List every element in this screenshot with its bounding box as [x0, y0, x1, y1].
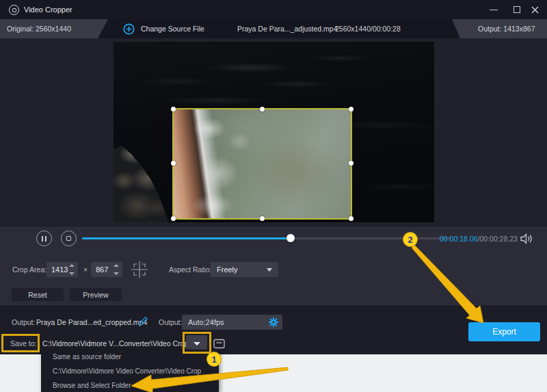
- output-format-field[interactable]: Auto;24fps: [182, 315, 282, 330]
- crop-handle-top-left[interactable]: [171, 107, 176, 112]
- video-frame: [114, 42, 434, 222]
- browse-folder-button[interactable]: [211, 336, 227, 351]
- crosshair-icon: [131, 261, 148, 278]
- seek-slider[interactable]: [82, 234, 451, 242]
- chevron-down-icon: [267, 268, 272, 272]
- rename-button[interactable]: [139, 316, 148, 326]
- output-format-label: Output:: [159, 318, 182, 326]
- crop-handle-middle-left[interactable]: [171, 161, 176, 166]
- aspect-ratio-value: Freely: [217, 262, 238, 277]
- close-icon: [531, 6, 539, 14]
- crop-height-value[interactable]: 867: [96, 262, 108, 277]
- output-format-value: Auto;24fps: [188, 315, 224, 330]
- crop-height-stepper[interactable]: [114, 264, 119, 275]
- crop-handle-top-middle[interactable]: [260, 107, 265, 112]
- preview-button[interactable]: Preview: [70, 288, 122, 301]
- change-source-file-label: Change Source File: [141, 25, 204, 33]
- save-path-value: C:\Vidmore\Vidmore V...Converter\Video C…: [42, 339, 188, 348]
- crop-handle-middle-right[interactable]: [349, 161, 353, 166]
- folder-icon: [213, 339, 225, 349]
- maximize-icon: [513, 6, 520, 13]
- change-source-file-button[interactable]: Change Source File: [123, 23, 204, 35]
- stop-button[interactable]: [61, 231, 77, 246]
- crop-width-input[interactable]: 1413: [46, 262, 78, 277]
- dimension-separator: ×: [83, 265, 88, 274]
- crop-height-input[interactable]: 867: [91, 262, 122, 277]
- export-button[interactable]: Export: [468, 322, 540, 341]
- pause-icon: [42, 236, 43, 241]
- app-logo-icon: [9, 5, 19, 15]
- total-time: 00:00:28.23: [479, 235, 517, 243]
- menu-item-default-path[interactable]: C:\Vidmore\Vidmore Video Converter\Video…: [41, 364, 219, 378]
- minimize-button[interactable]: [487, 4, 501, 15]
- crop-handle-top-right[interactable]: [349, 107, 353, 112]
- preview-area: [0, 38, 547, 226]
- source-filename: Praya De Para..._adjusted.mp4: [237, 25, 338, 33]
- center-crop-button[interactable]: [131, 261, 148, 278]
- crop-width-value[interactable]: 1413: [51, 262, 68, 277]
- plus-circle-icon: [123, 23, 135, 35]
- stop-icon: [66, 236, 71, 241]
- crop-handle-bottom-middle[interactable]: [260, 216, 265, 221]
- source-bar: Original: 2560x1440 Change Source File P…: [0, 19, 547, 38]
- save-folder-menu: Same as source folder C:\Vidmore\Vidmore…: [41, 350, 219, 392]
- stepper-down-icon[interactable]: [69, 272, 75, 275]
- minimize-icon: [490, 10, 498, 10]
- seek-thumb[interactable]: [286, 234, 295, 242]
- pause-icon: [45, 236, 46, 241]
- aspect-ratio-label: Aspect Ratio:: [169, 265, 211, 274]
- reset-button[interactable]: Reset: [12, 288, 64, 301]
- output-resolution-tab: Output: 1413x867: [452, 19, 547, 38]
- dropdown-arrow-icon: [194, 342, 200, 345]
- original-resolution-tab: Original: 2560x1440: [0, 19, 108, 38]
- output-filename: Praya De Parad...ed_cropped.mp4: [36, 318, 147, 326]
- output-file-label: Output:: [12, 318, 35, 326]
- volume-button[interactable]: [520, 233, 535, 244]
- format-settings-button[interactable]: [269, 317, 278, 327]
- crop-handle-bottom-left[interactable]: [171, 216, 176, 221]
- speaker-icon: [520, 233, 535, 244]
- close-button[interactable]: [528, 4, 542, 15]
- save-to-label: Save to:: [10, 339, 37, 348]
- seek-progress: [82, 237, 291, 239]
- source-resolution-duration: 2560x1440/00:00:28: [335, 25, 401, 33]
- stepper-up-icon[interactable]: [114, 264, 119, 267]
- crop-selection-box[interactable]: [172, 108, 352, 220]
- output-section: Output: Praya De Parad...ed_cropped.mp4 …: [0, 306, 547, 354]
- video-cropper-window: Video Cropper Original: 2560x1440 Change…: [0, 0, 547, 354]
- menu-item-same-as-source[interactable]: Same as source folder: [41, 350, 219, 364]
- aspect-ratio-select[interactable]: Freely: [211, 262, 278, 277]
- crop-area-label: Crop Area:: [12, 265, 46, 274]
- pause-button[interactable]: [36, 231, 52, 246]
- controls-panel: 00:00:18.06/00:00:28.23 Crop Area: 1413 …: [0, 226, 547, 306]
- maximize-button[interactable]: [510, 4, 524, 15]
- time-display: 00:00:18.06/00:00:28.23: [440, 235, 518, 243]
- current-time: 00:00:18.06: [440, 235, 477, 243]
- gear-icon: [269, 317, 278, 327]
- stepper-up-icon[interactable]: [69, 264, 75, 267]
- stepper-down-icon[interactable]: [114, 272, 119, 275]
- screen: Video Cropper Original: 2560x1440 Change…: [0, 0, 547, 392]
- crop-handle-bottom-right[interactable]: [349, 216, 353, 221]
- window-title: Video Cropper: [24, 5, 72, 14]
- pencil-icon: [139, 316, 148, 326]
- menu-item-browse-select-folder[interactable]: Browse and Select Folder: [41, 378, 219, 392]
- titlebar: Video Cropper: [0, 0, 547, 19]
- crop-width-stepper[interactable]: [69, 264, 75, 275]
